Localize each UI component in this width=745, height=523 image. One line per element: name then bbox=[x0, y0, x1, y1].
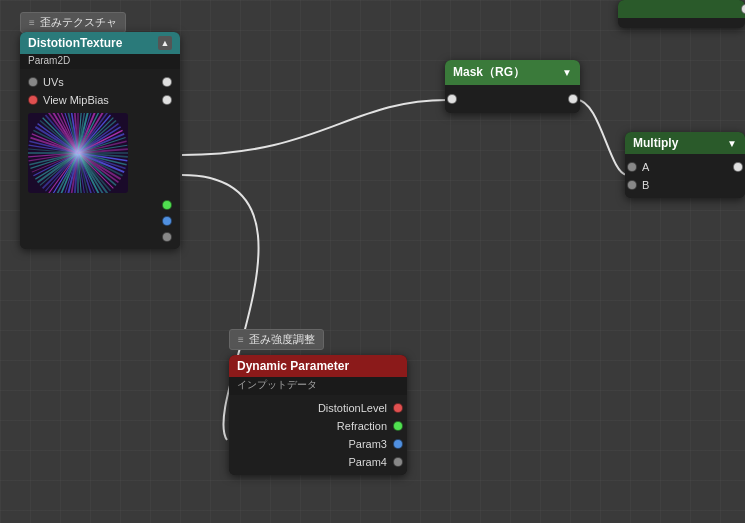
node-mask-rg[interactable]: Mask（RG） ▼ bbox=[445, 60, 580, 113]
pin-mask-rg-right[interactable] bbox=[568, 94, 578, 104]
label-icon-distortion: ≡ bbox=[29, 17, 35, 28]
label-strength-text: 歪み強度調整 bbox=[249, 332, 315, 347]
pin-viewmipbias-right[interactable] bbox=[162, 95, 172, 105]
label-distotion-level: DistotionLevel bbox=[237, 402, 393, 414]
multiply-arrow: ▼ bbox=[727, 138, 737, 149]
node-dynamic-parameter-body: DistotionLevel Refraction Param3 Param4 bbox=[229, 395, 407, 475]
pin-viewmipbias-left[interactable] bbox=[28, 95, 38, 105]
pin-param3-right[interactable] bbox=[393, 439, 403, 449]
label-distortion-strength: ≡ 歪み強度調整 bbox=[229, 329, 324, 350]
pin-multiply-b-left[interactable] bbox=[627, 180, 637, 190]
pin-refraction-right[interactable] bbox=[393, 421, 403, 431]
label-param4: Param4 bbox=[237, 456, 393, 468]
pin-output-blue[interactable] bbox=[162, 216, 172, 226]
node-multiply[interactable]: Multiply ▼ A B bbox=[625, 132, 745, 198]
node-distortion-texture-subtitle: Param2D bbox=[20, 54, 180, 69]
node-multiply-title: Multiply bbox=[633, 136, 678, 150]
node-distortion-texture-title: DistotionTexture bbox=[28, 36, 122, 50]
node-mask-rg-title: Mask（RG） bbox=[453, 64, 525, 81]
node-mask-rg-pins-row bbox=[445, 91, 580, 107]
label-distortion-text: 歪みテクスチャ bbox=[40, 15, 117, 30]
label-multiply-a: A bbox=[642, 161, 649, 173]
node-mask-rg-header: Mask（RG） ▼ bbox=[445, 60, 580, 85]
pin-output-green[interactable] bbox=[162, 200, 172, 210]
pin-uvs-right[interactable] bbox=[162, 77, 172, 87]
collapse-button[interactable]: ▲ bbox=[158, 36, 172, 50]
node-mask-rg-body bbox=[445, 85, 580, 113]
label-viewmipbias: View MipBias bbox=[43, 94, 109, 106]
node-row-multiply-b: B bbox=[625, 176, 745, 194]
node-dynamic-parameter[interactable]: Dynamic Parameter インプットデータ DistotionLeve… bbox=[229, 355, 407, 475]
node-row-multiply-a: A bbox=[625, 158, 745, 176]
node-dynamic-parameter-subtitle: インプットデータ bbox=[229, 377, 407, 395]
node-row-param3: Param3 bbox=[229, 435, 407, 453]
label-distortion-texture: ≡ 歪みテクスチャ bbox=[20, 12, 126, 33]
node-row-output-blue bbox=[20, 213, 180, 229]
pin-uvs-left[interactable] bbox=[28, 77, 38, 87]
label-uvs: UVs bbox=[43, 76, 64, 88]
label-param3: Param3 bbox=[237, 438, 393, 450]
node-dynamic-parameter-title: Dynamic Parameter bbox=[237, 359, 349, 373]
node-row-refraction: Refraction bbox=[229, 417, 407, 435]
row-left-viewmipbias: View MipBias bbox=[28, 94, 109, 106]
texture-canvas bbox=[28, 113, 128, 193]
node-row-viewmipbias: View MipBias bbox=[20, 91, 180, 109]
node-top-right-header bbox=[618, 0, 745, 18]
pin-output-gray[interactable] bbox=[162, 232, 172, 242]
node-top-right-partial[interactable] bbox=[618, 0, 745, 28]
node-row-param4: Param4 bbox=[229, 453, 407, 471]
node-dynamic-parameter-header: Dynamic Parameter bbox=[229, 355, 407, 377]
pin-param4-right[interactable] bbox=[393, 457, 403, 467]
row-left-uvs: UVs bbox=[28, 76, 64, 88]
node-multiply-header: Multiply ▼ bbox=[625, 132, 745, 154]
label-multiply-b: B bbox=[642, 179, 649, 191]
mask-rg-arrow: ▼ bbox=[562, 67, 572, 78]
node-multiply-body: A B bbox=[625, 154, 745, 198]
node-distortion-texture-body: UVs View MipBias bbox=[20, 69, 180, 249]
node-row-uvs: UVs bbox=[20, 73, 180, 91]
row-left-multiply-a: A bbox=[633, 161, 649, 173]
pin-mask-rg-left[interactable] bbox=[447, 94, 457, 104]
node-row-distotion-level: DistotionLevel bbox=[229, 399, 407, 417]
node-row-output-green bbox=[20, 197, 180, 213]
node-row-output-gray bbox=[20, 229, 180, 245]
label-refraction: Refraction bbox=[237, 420, 393, 432]
pin-distotion-level-right[interactable] bbox=[393, 403, 403, 413]
label-icon-strength: ≡ bbox=[238, 334, 244, 345]
row-left-multiply-b: B bbox=[633, 179, 649, 191]
node-distortion-texture[interactable]: DistotionTexture ▲ Param2D UVs View MipB… bbox=[20, 32, 180, 249]
node-distortion-texture-header: DistotionTexture ▲ bbox=[20, 32, 180, 54]
pin-multiply-a-left[interactable] bbox=[627, 162, 637, 172]
pin-multiply-a-right[interactable] bbox=[733, 162, 743, 172]
texture-preview bbox=[28, 113, 128, 193]
pin-top-right-out[interactable] bbox=[741, 4, 745, 14]
